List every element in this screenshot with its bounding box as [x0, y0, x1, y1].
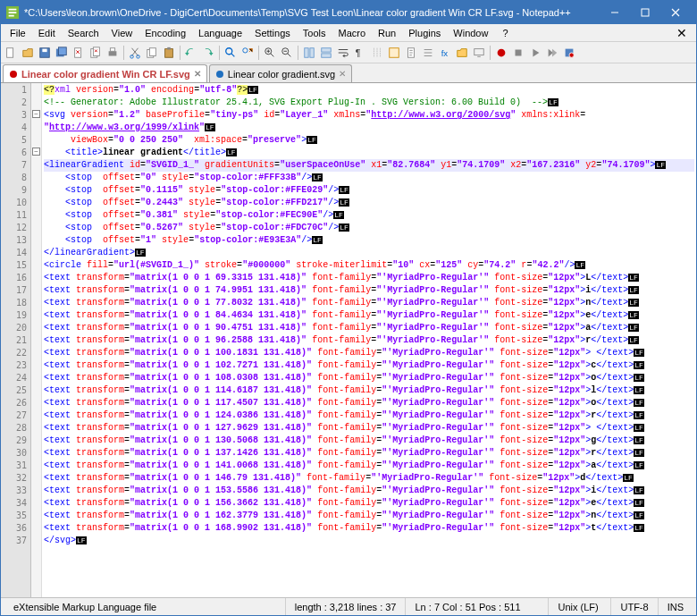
- save-icon[interactable]: [37, 45, 53, 61]
- app-window: *C:\Users\leon.brown\OneDrive - DigiCert…: [0, 0, 697, 616]
- toolbar: ¶ fx: [1, 42, 696, 63]
- menu-plugins[interactable]: Plugins: [403, 26, 446, 40]
- tab-close-icon[interactable]: ✕: [339, 69, 346, 79]
- menu-help[interactable]: ?: [497, 26, 513, 40]
- new-file-icon[interactable]: [3, 45, 19, 61]
- svg-rect-22: [305, 47, 308, 57]
- menubar: File Edit Search View Encoding Language …: [1, 24, 696, 42]
- toolbar-separator: [123, 46, 124, 60]
- svg-rect-2: [7, 47, 13, 57]
- save-all-icon[interactable]: [54, 45, 70, 61]
- play-macro-icon[interactable]: [527, 45, 543, 61]
- doc-map-icon[interactable]: [403, 45, 419, 61]
- svg-rect-11: [110, 47, 114, 51]
- menu-tools[interactable]: Tools: [298, 26, 332, 40]
- statusbar: eXtensible Markup Language file length :…: [1, 597, 696, 615]
- fold-column[interactable]: −−: [31, 83, 42, 597]
- svg-rect-7: [75, 47, 81, 57]
- sync-v-icon[interactable]: [301, 45, 317, 61]
- menu-settings[interactable]: Settings: [249, 26, 296, 40]
- copy-icon[interactable]: [144, 45, 160, 61]
- toolbar-separator: [219, 46, 220, 60]
- wrap-icon[interactable]: [335, 45, 351, 61]
- close-file-icon[interactable]: [71, 45, 87, 61]
- doc-list-icon[interactable]: [420, 45, 436, 61]
- svg-text:fx: fx: [441, 47, 449, 57]
- svg-rect-4: [42, 48, 46, 52]
- svg-rect-24: [322, 47, 332, 51]
- titlebar[interactable]: *C:\Users\leon.brown\OneDrive - DigiCert…: [1, 1, 696, 24]
- undo-icon[interactable]: [183, 45, 199, 61]
- zoom-in-icon[interactable]: [262, 45, 278, 61]
- cut-icon[interactable]: [127, 45, 143, 61]
- status-ins[interactable]: INS: [659, 598, 693, 615]
- tab-close-icon[interactable]: ✕: [194, 69, 201, 79]
- minimize-button[interactable]: [600, 1, 630, 24]
- tabbar: Linear color gradient Win CR LF.svg ✕ Li…: [1, 63, 696, 83]
- tab-inactive[interactable]: Linear color gradient.svg ✕: [209, 64, 352, 82]
- window-title: *C:\Users\leon.brown\OneDrive - DigiCert…: [24, 7, 600, 18]
- svg-rect-27: [390, 47, 399, 57]
- func-list-icon[interactable]: fx: [437, 45, 453, 61]
- status-pos: Ln : 7 Col : 51 Pos : 511: [406, 598, 549, 615]
- svg-rect-32: [516, 49, 522, 55]
- status-eol[interactable]: Unix (LF): [549, 598, 611, 615]
- tab-active[interactable]: Linear color gradient Win CR LF.svg ✕: [3, 64, 207, 82]
- app-icon: [6, 6, 19, 19]
- menu-encoding[interactable]: Encoding: [139, 26, 191, 40]
- menu-macro[interactable]: Macro: [332, 26, 371, 40]
- close-all-icon[interactable]: [88, 45, 104, 61]
- stop-macro-icon[interactable]: [510, 45, 526, 61]
- svg-point-18: [226, 47, 232, 54]
- open-file-icon[interactable]: [20, 45, 36, 61]
- saved-icon: [215, 70, 224, 79]
- maximize-button[interactable]: [630, 1, 660, 24]
- svg-rect-23: [310, 47, 314, 57]
- dirty-icon: [9, 70, 18, 79]
- save-macro-icon[interactable]: [561, 45, 577, 61]
- menu-close-x[interactable]: ✕: [671, 26, 693, 40]
- zoom-out-icon[interactable]: [279, 45, 295, 61]
- toolbar-separator: [180, 46, 181, 60]
- tab-label: Linear color gradient Win CR LF.svg: [21, 69, 190, 80]
- svg-point-31: [498, 48, 506, 56]
- indent-guides-icon[interactable]: [369, 45, 385, 61]
- redo-icon[interactable]: [200, 45, 216, 61]
- monitor-icon[interactable]: [471, 45, 487, 61]
- line-number-gutter[interactable]: 1234567891011121314151617181920212223242…: [1, 83, 31, 597]
- menu-view[interactable]: View: [106, 26, 139, 40]
- play-multi-icon[interactable]: [544, 45, 560, 61]
- paste-icon[interactable]: [161, 45, 177, 61]
- close-button[interactable]: [660, 1, 691, 24]
- user-lang-icon[interactable]: [386, 45, 402, 61]
- toolbar-separator: [490, 46, 491, 60]
- menu-edit[interactable]: Edit: [33, 26, 61, 40]
- svg-rect-17: [167, 46, 171, 49]
- menu-language[interactable]: Language: [193, 26, 248, 40]
- replace-icon[interactable]: [239, 45, 256, 61]
- svg-rect-6: [59, 46, 67, 55]
- svg-rect-15: [149, 47, 155, 55]
- show-chars-icon[interactable]: ¶: [352, 45, 368, 61]
- menu-run[interactable]: Run: [373, 26, 401, 40]
- svg-rect-25: [322, 53, 332, 56]
- svg-rect-1: [642, 9, 649, 16]
- svg-point-36: [216, 71, 223, 78]
- svg-rect-30: [474, 48, 484, 55]
- toolbar-separator: [258, 46, 259, 60]
- folder-icon[interactable]: [454, 45, 470, 61]
- menu-window[interactable]: Window: [448, 26, 493, 40]
- status-lang: eXtensible Markup Language file: [4, 598, 286, 615]
- code-area[interactable]: <?xml version="1.0" encoding="utf-8"?>LF…: [42, 83, 696, 597]
- menu-search[interactable]: Search: [63, 26, 105, 40]
- tab-label: Linear color gradient.svg: [228, 69, 335, 80]
- svg-point-34: [569, 53, 574, 57]
- record-macro-icon[interactable]: [493, 45, 509, 61]
- sync-h-icon[interactable]: [318, 45, 334, 61]
- print-icon[interactable]: [105, 45, 121, 61]
- menu-file[interactable]: File: [4, 26, 31, 40]
- svg-rect-16: [165, 48, 173, 57]
- status-enc[interactable]: UTF-8: [611, 598, 658, 615]
- svg-rect-10: [109, 51, 117, 55]
- find-icon[interactable]: [223, 45, 239, 61]
